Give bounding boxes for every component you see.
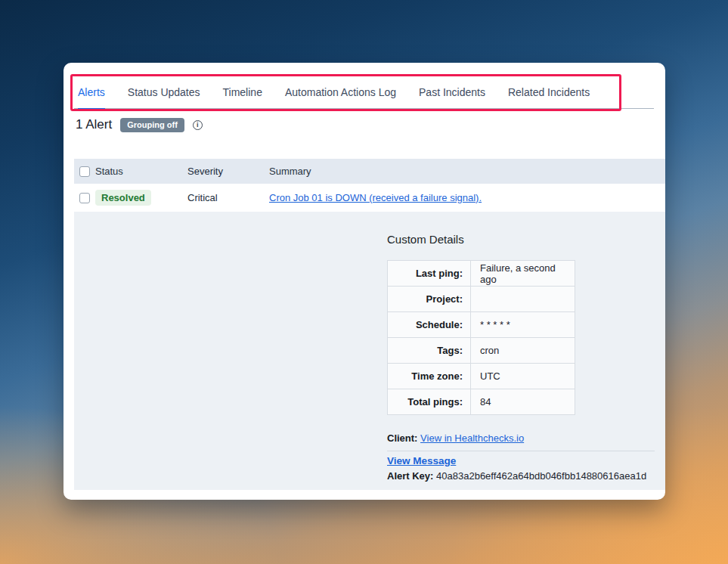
select-all-checkbox[interactable] — [79, 166, 90, 177]
detail-value: 84 — [471, 389, 575, 415]
detail-label: Time zone: — [388, 364, 471, 389]
detail-value: * * * * * — [471, 312, 575, 338]
detail-value — [471, 287, 575, 312]
detail-label: Total pings: — [388, 389, 471, 415]
tab-alerts[interactable]: Alerts — [78, 86, 105, 110]
grouping-off-badge: Grouping off — [120, 118, 184, 132]
alerts-table-header: Status Severity Summary — [74, 159, 665, 184]
alert-key-value: 40a83a2b6eff462a64bdb046fbb14880616aea1d — [436, 470, 646, 482]
detail-value: cron — [471, 338, 575, 364]
view-message-link[interactable]: View Message — [387, 455, 456, 466]
detail-row-schedule: Schedule: * * * * * — [388, 312, 575, 338]
custom-details-title: Custom Details — [387, 233, 464, 246]
detail-label: Project: — [388, 287, 471, 312]
incident-detail-card: Alerts Status Updates Timeline Automatio… — [64, 63, 665, 500]
alert-count-label: 1 Alert — [76, 117, 112, 132]
tab-automation-actions-log[interactable]: Automation Actions Log — [285, 86, 396, 110]
column-header-summary: Summary — [269, 166, 665, 177]
column-header-severity: Severity — [187, 166, 269, 177]
tab-bar: Alerts Status Updates Timeline Automatio… — [78, 86, 590, 110]
tab-status-updates[interactable]: Status Updates — [128, 86, 200, 110]
detail-row-last-ping: Last ping: Failure, a second ago — [388, 261, 575, 287]
info-icon[interactable]: i — [193, 120, 203, 130]
tab-related-incidents[interactable]: Related Incidents — [508, 86, 590, 110]
detail-label: Last ping: — [388, 261, 471, 287]
client-line: Client: View in Healthchecks.io — [387, 432, 524, 444]
detail-value: Failure, a second ago — [471, 261, 575, 287]
detail-row-time-zone: Time zone: UTC — [388, 364, 575, 389]
detail-row-project: Project: — [388, 287, 575, 312]
alert-summary-link[interactable]: Cron Job 01 is DOWN (received a failure … — [269, 192, 482, 203]
alerts-table: Status Severity Summary Resolved Critica… — [74, 159, 665, 212]
healthchecks-link[interactable]: View in Healthchecks.io — [420, 432, 524, 444]
status-badge: Resolved — [95, 190, 151, 206]
alert-key-label: Alert Key: — [387, 470, 433, 482]
table-row: Resolved Critical Cron Job 01 is DOWN (r… — [74, 184, 665, 212]
detail-divider — [387, 451, 655, 451]
detail-label: Schedule: — [388, 312, 471, 338]
client-label: Client: — [387, 432, 417, 444]
alert-detail-panel: Custom Details Last ping: Failure, a sec… — [74, 212, 665, 490]
row-checkbox[interactable] — [79, 193, 90, 203]
column-header-status: Status — [95, 166, 187, 177]
custom-details-table: Last ping: Failure, a second ago Project… — [387, 260, 575, 415]
tab-past-incidents[interactable]: Past Incidents — [419, 86, 485, 110]
severity-value: Critical — [187, 192, 269, 203]
detail-label: Tags: — [388, 338, 471, 364]
desktop-background: Alerts Status Updates Timeline Automatio… — [0, 0, 728, 564]
detail-row-total-pings: Total pings: 84 — [388, 389, 575, 415]
alerts-header-row: 1 Alert Grouping off i — [76, 117, 203, 132]
alert-key-line: Alert Key: 40a83a2b6eff462a64bdb046fbb14… — [387, 470, 646, 482]
detail-value: UTC — [471, 364, 575, 389]
detail-row-tags: Tags: cron — [388, 338, 575, 364]
tab-timeline[interactable]: Timeline — [223, 86, 262, 110]
